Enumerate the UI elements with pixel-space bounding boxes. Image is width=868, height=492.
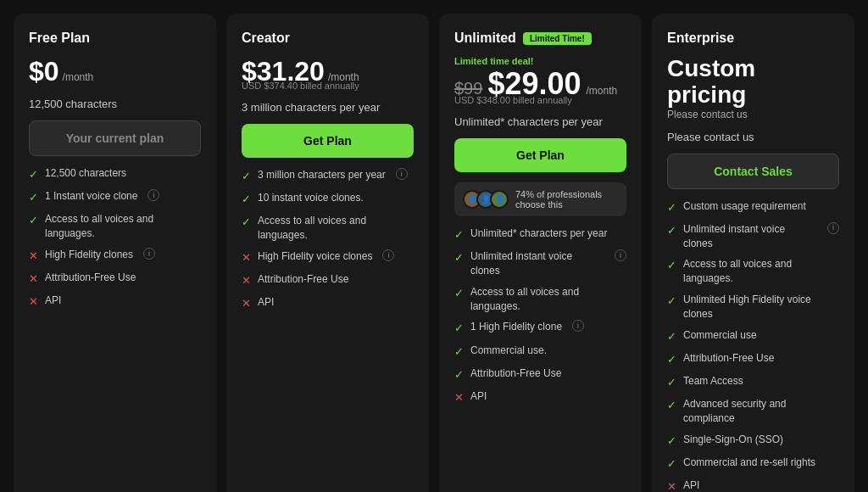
feature-item-0: ✓ 3 million characters per year i: [242, 168, 414, 184]
feature-text: Single-Sign-On (SSO): [683, 433, 783, 447]
feature-item-1: ✓ 10 instant voice clones.: [242, 191, 414, 207]
cta-button-enterprise[interactable]: Contact Sales: [667, 154, 839, 189]
feature-text: Attribution-Free Use: [470, 366, 561, 381]
plan-name: Unlimited: [454, 31, 516, 46]
cross-icon: ✕: [242, 250, 251, 266]
feature-item-1: ✓ 1 Instant voice clone i: [29, 189, 201, 205]
info-icon[interactable]: i: [396, 168, 408, 180]
feature-item-3: ✓ Unlimited High Fidelity voice clones: [667, 293, 839, 321]
feature-item-2: ✓ Access to all voices and languages.: [29, 212, 201, 241]
plans-container: Free Plan $0 /month 12,500 charactersYou…: [14, 14, 854, 492]
cross-icon: ✕: [29, 249, 38, 264]
plan-card-creator: Creator $31.20 /month USD $374.40 billed…: [226, 14, 429, 492]
check-icon: ✓: [454, 344, 464, 360]
feature-item-3: ✓ 1 High Fidelity clone i: [454, 320, 626, 336]
feature-item-8: ✓ Single-Sign-On (SSO): [667, 433, 839, 449]
social-proof-text: 74% of professionals choose this: [515, 189, 618, 210]
feature-item-4: ✕ Attribution-Free Use: [242, 272, 414, 288]
check-icon: ✓: [454, 321, 464, 336]
cross-icon: ✕: [454, 390, 464, 405]
check-icon: ✓: [242, 192, 251, 207]
feature-text: Access to all voices and languages.: [470, 285, 626, 314]
plan-header: Creator: [242, 31, 414, 46]
check-icon: ✓: [667, 223, 676, 238]
check-icon: ✓: [454, 227, 464, 243]
feature-item-1: ✓ Unlimited instant voice clones i: [454, 249, 626, 278]
chars-label: 12,500 characters: [29, 98, 201, 110]
contact-subtitle: Please contact us: [667, 109, 839, 120]
feature-item-2: ✓ Access to all voices and languages.: [454, 285, 626, 314]
features-list: ✓ 12,500 characters ✓ 1 Instant voice cl…: [29, 166, 201, 492]
check-icon: ✓: [667, 200, 676, 215]
feature-item-6: ✓ Team Access: [667, 374, 839, 390]
price-section: $0 /month: [29, 56, 201, 87]
feature-item-5: ✓ Attribution-Free Use: [667, 351, 839, 367]
feature-item-4: ✕ Attribution-Free Use: [29, 271, 201, 287]
features-list: ✓ Unlimited* characters per year ✓ Unlim…: [454, 226, 626, 492]
check-icon: ✓: [454, 250, 464, 266]
cta-button-free[interactable]: Your current plan: [29, 120, 201, 156]
price-section: Custom pricing Please contact us: [667, 56, 839, 120]
check-icon: ✓: [29, 213, 38, 228]
feature-item-5: ✕ API: [242, 295, 414, 311]
feature-text: Unlimited* characters per year: [470, 226, 607, 241]
features-list: ✓ 3 million characters per year i ✓ 10 i…: [242, 168, 414, 492]
feature-item-4: ✓ Commercial use.: [454, 344, 626, 360]
social-proof: 👤 👤 👤 74% of professionals choose this: [454, 182, 626, 216]
feature-text: Commercial use.: [470, 344, 547, 358]
check-icon: ✓: [667, 294, 676, 309]
custom-pricing-title: Custom pricing: [667, 56, 839, 109]
check-icon: ✓: [29, 167, 38, 182]
check-icon: ✓: [454, 367, 464, 383]
cta-button-unlimited[interactable]: Get Plan: [454, 138, 626, 172]
feature-text: Unlimited instant voice clones: [683, 222, 817, 251]
info-icon[interactable]: i: [143, 248, 155, 260]
price-amount: $0: [29, 56, 59, 87]
price-section: Limited time deal! $99 $29.00 /month USD…: [454, 56, 626, 105]
check-icon: ✓: [667, 352, 676, 367]
cross-icon: ✕: [667, 479, 676, 492]
feature-text: 10 instant voice clones.: [258, 191, 364, 205]
plan-header: Enterprise: [667, 31, 839, 46]
plan-name: Creator: [242, 31, 290, 45]
info-icon[interactable]: i: [615, 249, 626, 261]
plan-card-free: Free Plan $0 /month 12,500 charactersYou…: [14, 14, 216, 492]
plan-name: Free Plan: [29, 31, 90, 45]
avatar-3: 👤: [490, 190, 509, 209]
plan-name: Enterprise: [667, 31, 734, 45]
feature-text: Commercial use: [683, 328, 757, 343]
feature-text: Attribution-Free Use: [258, 272, 348, 287]
feature-item-0: ✓ Unlimited* characters per year: [454, 226, 626, 243]
feature-text: API: [258, 295, 274, 310]
cross-icon: ✕: [29, 294, 38, 310]
info-icon[interactable]: i: [827, 222, 839, 234]
check-icon: ✓: [29, 190, 38, 205]
info-icon[interactable]: i: [382, 249, 394, 261]
check-icon: ✓: [242, 169, 251, 184]
feature-item-9: ✓ Commercial and re-sell rights: [667, 456, 839, 472]
feature-text: 1 Instant voice clone: [45, 189, 137, 204]
info-icon[interactable]: i: [147, 189, 159, 201]
chars-label: 3 million characters per year: [242, 101, 414, 114]
check-icon: ✓: [242, 215, 251, 230]
feature-text: Team Access: [683, 374, 743, 389]
feature-text: Unlimited instant voice clones: [470, 249, 604, 278]
feature-text: API: [683, 478, 699, 492]
feature-text: Custom usage requirement: [683, 199, 806, 214]
info-icon[interactable]: i: [572, 320, 584, 332]
feature-item-2: ✓ Access to all voices and languages.: [667, 257, 839, 286]
features-list: ✓ Custom usage requirement ✓ Unlimited i…: [667, 199, 839, 492]
feature-text: Unlimited High Fidelity voice clones: [683, 293, 839, 321]
feature-item-1: ✓ Unlimited instant voice clones i: [667, 222, 839, 251]
cta-button-creator[interactable]: Get Plan: [242, 124, 414, 158]
feature-item-0: ✓ Custom usage requirement: [667, 199, 839, 215]
chars-label: Unlimited* characters per year: [454, 115, 626, 128]
plan-card-unlimited: Unlimited Limited Time! Limited time dea…: [439, 14, 642, 492]
feature-text: High Fidelity voice clones: [258, 249, 372, 264]
feature-item-2: ✓ Access to all voices and languages.: [242, 214, 414, 243]
feature-text: 12,500 characters: [45, 166, 126, 181]
feature-item-5: ✓ Attribution-Free Use: [454, 366, 626, 383]
feature-text: API: [470, 389, 487, 404]
feature-text: 3 million characters per year: [258, 168, 386, 182]
feature-item-6: ✕ API: [454, 389, 626, 405]
